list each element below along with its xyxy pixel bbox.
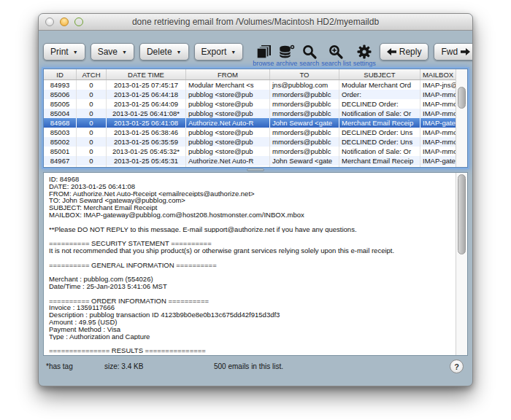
chevron-down-icon: ▼	[177, 50, 182, 55]
reply-label: Reply	[399, 47, 422, 57]
reply-button[interactable]: Reply	[380, 43, 429, 61]
detail-line: Merchant : pubblog.com (554026)	[49, 276, 453, 283]
cell-datetime: 2013-01-25 06:44:09	[107, 99, 186, 109]
email-list: ID ATCH DATE TIME FROM TO SUBJECT MAILBO…	[43, 69, 468, 168]
detail-line: TO: John Seward <gateway@pubblog.com>	[49, 197, 453, 204]
cell-datetime: 2013-01-25 06:41:08	[107, 118, 186, 128]
message-detail-text: ID: 84968DATE: 2013-01-25 06:41:08FROM: …	[49, 176, 453, 355]
delete-button[interactable]: Delete ▼	[139, 43, 189, 61]
detail-line	[49, 254, 453, 262]
cell-id: 84993	[44, 80, 77, 90]
cell-datetime: 2013-01-25 06:41:08*	[107, 109, 186, 118]
email-row[interactable]: 85003 0 2013-01-25 06:38:46 pubblog <sto…	[44, 128, 456, 137]
fwd-button[interactable]: Fwd	[434, 43, 473, 61]
cell-id: 85001	[44, 147, 77, 156]
print-button[interactable]: Print ▼	[43, 43, 85, 61]
email-row[interactable]: 85002 0 2013-01-25 06:35:59 pubblog <sto…	[44, 137, 456, 147]
detail-scrollbar[interactable]	[456, 173, 467, 355]
column-header-id[interactable]: ID	[44, 69, 77, 80]
icon-toolbar: browse archive	[253, 44, 378, 67]
cell-datetime: 2013-01-25 05:45:31	[107, 156, 186, 166]
cell-id: 84968	[44, 118, 77, 128]
cell-subject: DECLINED Order: Uns	[339, 137, 420, 147]
cell-to: John Seward <gate	[270, 118, 339, 128]
chevron-down-icon: ▼	[73, 50, 78, 55]
cell-datetime: 2013-01-25 06:35:59	[107, 137, 186, 147]
export-label: Export	[201, 47, 227, 57]
detail-line: ========== ORDER INFORMATION ==========	[49, 298, 453, 305]
cell-mailbox: IMAP-gateway@pubbl	[420, 118, 456, 128]
cell-atch: 0	[77, 109, 107, 118]
cell-subject: DECLINED Order:	[339, 99, 420, 109]
email-row[interactable]: 85006 0 2013-01-25 06:44:18 pubblog <sto…	[44, 90, 456, 99]
cell-to: mmorders@pubblc	[270, 147, 339, 156]
email-list-scrollbar[interactable]	[456, 69, 467, 167]
detail-line: Invoice : 1359117666	[49, 304, 453, 311]
search-plus-icon	[328, 44, 344, 60]
email-row[interactable]: 84993 0 2013-01-25 07:45:17 Modular Merc…	[44, 80, 456, 90]
email-list-scrollbar-thumb[interactable]	[458, 87, 466, 109]
cell-subject: Order:	[339, 90, 420, 99]
settings-button[interactable]: settings	[353, 44, 376, 67]
cell-subject: Merchant Email Receip	[339, 118, 420, 128]
cell-atch: 0	[77, 118, 107, 128]
email-row[interactable]: 85004 0 2013-01-25 06:41:08* pubblog <st…	[44, 109, 456, 118]
delete-label: Delete	[147, 47, 172, 57]
search-button[interactable]: search	[299, 44, 319, 67]
title-bar[interactable]: done retrieving email from /Volumes/Maci…	[39, 14, 472, 31]
column-header-atch[interactable]: ATCH	[77, 69, 107, 80]
question-mark-icon: ?	[454, 362, 459, 371]
cell-from: pubblog <store@pub	[186, 109, 270, 118]
cell-atch: 0	[77, 90, 107, 99]
column-header-datetime[interactable]: DATE TIME	[107, 69, 186, 80]
splitter-grip-icon[interactable]	[247, 168, 264, 171]
detail-line: DATE: 2013-01-25 06:41:08	[49, 183, 453, 190]
fwd-label: Fwd	[441, 47, 458, 57]
archive-icon	[278, 44, 295, 60]
search-icon	[301, 44, 318, 60]
cell-atch: 0	[77, 80, 107, 90]
cell-atch: 0	[77, 137, 107, 147]
column-header-to[interactable]: TO	[270, 69, 339, 80]
status-bar: *has tag size: 3.4 KB 500 emails in this…	[39, 356, 472, 379]
search-list-label: search list	[321, 60, 351, 67]
gear-icon	[356, 44, 372, 60]
email-row[interactable]: 84967 0 2013-01-25 05:45:31 Authorize.Ne…	[44, 156, 456, 166]
detail-scrollbar-thumb[interactable]	[458, 174, 466, 254]
zoom-button[interactable]	[74, 18, 83, 26]
cell-from: Authorize.Net Auto-R	[186, 118, 270, 128]
cell-mailbox: IMAP-mmorders@publ	[420, 137, 456, 147]
close-button[interactable]	[45, 18, 54, 26]
cell-id: 84967	[44, 156, 77, 166]
email-row[interactable]: 84968 0 2013-01-25 06:41:08 Authorize.Ne…	[44, 118, 456, 128]
archive-button[interactable]: archive	[276, 44, 297, 67]
chevron-down-icon: ▼	[122, 50, 127, 55]
browse-button[interactable]: browse	[253, 44, 274, 67]
cell-id: 85005	[44, 99, 77, 109]
export-button[interactable]: Export ▼	[194, 43, 244, 61]
cell-mailbox: IMAP-mmorders@publ	[420, 147, 456, 156]
minimize-button[interactable]	[60, 18, 69, 26]
help-button[interactable]: ?	[450, 359, 464, 373]
search-list-button[interactable]: search list	[321, 44, 351, 67]
cell-atch: 0	[77, 128, 107, 137]
column-header-mailbox[interactable]: MAILBOX	[420, 69, 456, 80]
detail-line: FROM: Authorize.Net Auto-Receipt <emailr…	[49, 190, 453, 198]
cell-subject: DECLINED Order: Uns	[339, 128, 420, 137]
column-header-from[interactable]: FROM	[186, 69, 270, 80]
message-detail-pane[interactable]: ID: 84968DATE: 2013-01-25 06:41:08FROM: …	[43, 172, 468, 356]
cell-from: Authorize.Net Auto-R	[186, 156, 270, 166]
cell-mailbox: IMAP-gateway@pubbl	[420, 156, 456, 166]
fwd-arrow-icon	[461, 48, 470, 55]
detail-line	[49, 268, 453, 276]
email-row[interactable]: 85001 0 2013-01-25 05:45:32* pubblog <st…	[44, 147, 456, 156]
cell-from: pubblog <store@pub	[186, 147, 270, 156]
reply-arrow-icon	[387, 48, 396, 55]
settings-label: settings	[353, 60, 376, 67]
email-row[interactable]: 85005 0 2013-01-25 06:44:09 pubblog <sto…	[44, 99, 456, 109]
print-label: Print	[50, 47, 69, 57]
column-header-subject[interactable]: SUBJECT	[339, 69, 420, 80]
cell-from: pubblog <store@pub	[186, 90, 270, 99]
save-button[interactable]: Save ▼	[91, 43, 134, 61]
cell-id: 85002	[44, 137, 77, 147]
